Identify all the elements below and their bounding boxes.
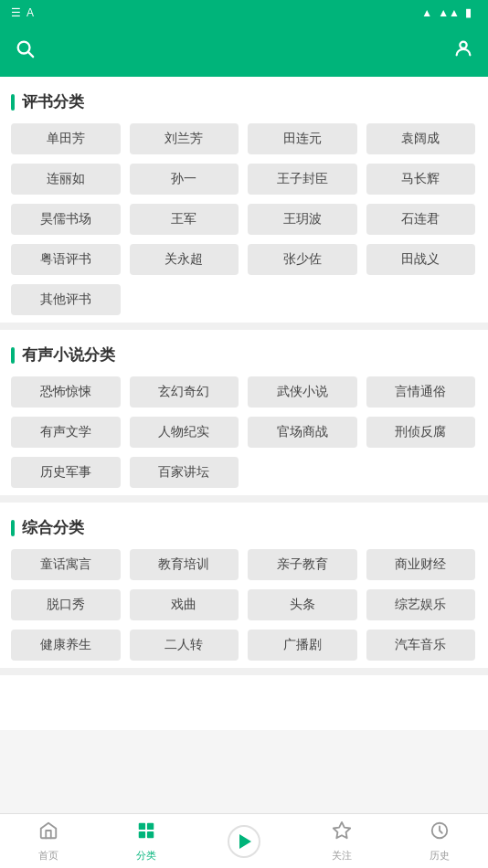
home-icon <box>38 820 58 846</box>
tag-广播剧[interactable]: 广播剧 <box>248 630 357 661</box>
tag-关永超[interactable]: 关永超 <box>130 244 239 275</box>
tag-历史军事[interactable]: 历史军事 <box>11 457 121 488</box>
tag-粤语评书[interactable]: 粤语评书 <box>11 244 121 275</box>
tag-童话寓言[interactable]: 童话寓言 <box>11 549 121 580</box>
tag-武侠小说[interactable]: 武侠小说 <box>248 376 357 408</box>
status-right: ▲ ▲▲ ▮ <box>421 6 477 19</box>
tag-王子封臣[interactable]: 王子封臣 <box>248 164 357 195</box>
tag-grid-youshengxiaoshuofenlei: 恐怖惊悚玄幻奇幻武侠小说言情通俗有声文学人物纪实官场商战刑侦反腐历史军事百家讲坛 <box>11 376 477 488</box>
tag-连丽如[interactable]: 连丽如 <box>11 164 121 195</box>
nav-follow-label: 关注 <box>332 849 352 863</box>
tag-官场商战[interactable]: 官场商战 <box>248 417 357 448</box>
svg-marker-7 <box>334 821 350 837</box>
svg-point-2 <box>460 42 466 48</box>
svg-rect-5 <box>139 831 145 837</box>
nav-category-label: 分类 <box>136 849 156 863</box>
svg-rect-3 <box>139 822 145 829</box>
svg-line-1 <box>28 52 33 57</box>
tag-健康养生[interactable]: 健康养生 <box>11 630 121 661</box>
header <box>0 26 488 77</box>
tag-其他评书[interactable]: 其他评书 <box>11 284 121 315</box>
tag-有声文学[interactable]: 有声文学 <box>11 417 121 448</box>
section-title-pingshufenlei: 评书分类 <box>11 91 477 112</box>
wifi-icon: ▲ <box>421 6 432 19</box>
play-button[interactable] <box>228 825 260 858</box>
play-triangle-icon <box>239 834 251 849</box>
tag-商业财经[interactable]: 商业财经 <box>366 549 476 580</box>
tag-亲子教育[interactable]: 亲子教育 <box>248 549 357 580</box>
tag-言情通俗[interactable]: 言情通俗 <box>366 376 476 408</box>
tag-汽车音乐[interactable]: 汽车音乐 <box>366 630 476 661</box>
tag-戏曲[interactable]: 戏曲 <box>130 589 239 620</box>
user-icon[interactable] <box>453 38 473 64</box>
nav-follow[interactable]: 关注 <box>292 814 390 868</box>
tag-grid-pingshufenlei: 单田芳刘兰芳田连元袁阔成连丽如孙一王子封臣马长辉昊儒书场王军王玥波石连君粤语评书… <box>11 123 477 315</box>
tag-脱口秀[interactable]: 脱口秀 <box>11 589 121 620</box>
tag-孙一[interactable]: 孙一 <box>130 164 239 195</box>
tag-刑侦反腐[interactable]: 刑侦反腐 <box>366 417 476 448</box>
status-bar: ☰ A ▲ ▲▲ ▮ <box>0 0 488 26</box>
tag-单田芳[interactable]: 单田芳 <box>11 123 121 154</box>
tag-人物纪实[interactable]: 人物纪实 <box>130 417 239 448</box>
tag-田战义[interactable]: 田战义 <box>366 244 476 275</box>
section-youshengxiaoshuofenlei: 有声小说分类恐怖惊悚玄幻奇幻武侠小说言情通俗有声文学人物纪实官场商战刑侦反腐历史… <box>0 330 488 503</box>
battery-icon: ▮ <box>465 6 472 19</box>
tag-马长辉[interactable]: 马长辉 <box>366 164 476 195</box>
nav-home-label: 首页 <box>38 849 58 863</box>
tag-综艺娱乐[interactable]: 综艺娱乐 <box>366 589 476 620</box>
section-title-zonghefenlei: 综合分类 <box>11 517 477 538</box>
section-title-youshengxiaoshuofenlei: 有声小说分类 <box>11 344 477 365</box>
section-pingshufenlei: 评书分类单田芳刘兰芳田连元袁阔成连丽如孙一王子封臣马长辉昊儒书场王军王玥波石连君… <box>0 77 488 330</box>
tag-玄幻奇幻[interactable]: 玄幻奇幻 <box>130 376 239 408</box>
tag-昊儒书场[interactable]: 昊儒书场 <box>11 204 121 235</box>
tag-教育培训[interactable]: 教育培训 <box>130 549 239 580</box>
nav-play[interactable] <box>196 814 293 868</box>
tag-百家讲坛[interactable]: 百家讲坛 <box>130 457 239 488</box>
tag-头条[interactable]: 头条 <box>248 589 357 620</box>
tag-张少佐[interactable]: 张少佐 <box>248 244 357 275</box>
search-icon[interactable] <box>15 38 35 64</box>
star-icon <box>332 820 352 846</box>
tag-王玥波[interactable]: 王玥波 <box>248 204 357 235</box>
nav-history-label: 历史 <box>430 849 450 863</box>
nav-history[interactable]: 历史 <box>390 814 488 868</box>
tag-grid-zonghefenlei: 童话寓言教育培训亲子教育商业财经脱口秀戏曲头条综艺娱乐健康养生二人转广播剧汽车音… <box>11 549 477 661</box>
clock-icon <box>430 820 450 846</box>
tag-刘兰芳[interactable]: 刘兰芳 <box>130 123 239 154</box>
tag-恐怖惊悚[interactable]: 恐怖惊悚 <box>11 376 121 408</box>
tag-袁阔成[interactable]: 袁阔成 <box>366 123 476 154</box>
tag-石连君[interactable]: 石连君 <box>366 204 476 235</box>
tag-王军[interactable]: 王军 <box>130 204 239 235</box>
nav-category[interactable]: 分类 <box>98 814 196 868</box>
content: 评书分类单田芳刘兰芳田连元袁阔成连丽如孙一王子封臣马长辉昊儒书场王军王玥波石连君… <box>0 77 488 730</box>
svg-rect-4 <box>147 822 154 829</box>
bottom-nav: 首页 分类 关注 <box>0 813 488 868</box>
signal-icon: ▲▲ <box>438 6 460 19</box>
app-icon: A <box>27 6 34 19</box>
svg-rect-6 <box>147 831 154 837</box>
status-left: ☰ A <box>11 6 34 19</box>
notification-icon: ☰ <box>11 6 21 19</box>
category-icon <box>136 820 156 846</box>
tag-田连元[interactable]: 田连元 <box>248 123 357 154</box>
section-zonghefenlei: 综合分类童话寓言教育培训亲子教育商业财经脱口秀戏曲头条综艺娱乐健康养生二人转广播… <box>0 503 488 675</box>
nav-home[interactable]: 首页 <box>0 814 98 868</box>
tag-二人转[interactable]: 二人转 <box>130 630 239 661</box>
